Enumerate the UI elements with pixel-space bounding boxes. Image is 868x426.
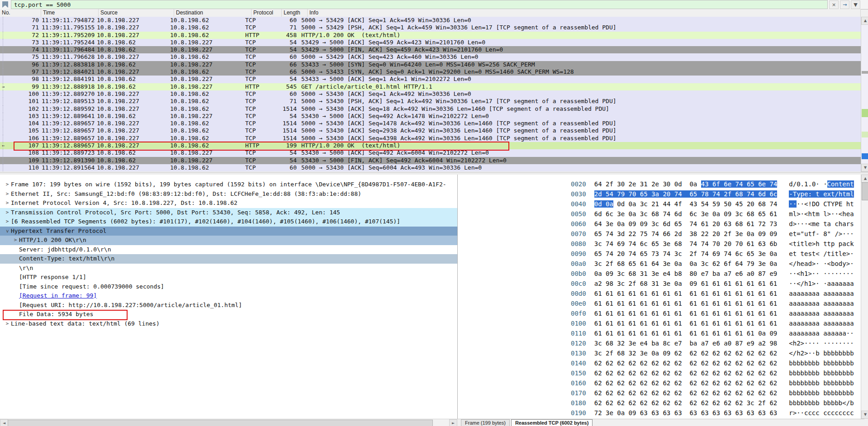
hex-row-0160[interactable]: 016062 62 62 62 62 62 62 62 62 62 62 62 … [571,378,854,388]
hex-row-0130[interactable]: 01303c 2f 68 32 3e 0a 09 62 62 62 62 62 … [571,348,854,358]
hex-row-0110[interactable]: 011061 61 61 61 61 61 61 61 61 61 61 61 … [571,328,854,338]
details-horizontal-scrollbar[interactable]: ◄ ► [0,419,457,426]
detail-row[interactable]: \r\n [0,264,457,273]
scrollbar-thumb[interactable] [8,420,433,426]
cell-info: GET /article/article_01.html HTTP/1.1 [299,83,861,90]
packet-row-102[interactable]: 10211:39:12.88959210.8.198.22710.8.198.6… [0,105,861,113]
hex-row-0070[interactable]: 007065 74 3d 22 75 74 66 2d 38 22 20 2f … [571,229,854,239]
hex-row-0170[interactable]: 017062 62 62 62 62 62 62 62 62 62 62 62 … [571,388,854,398]
scroll-right-icon[interactable]: ► [449,419,457,426]
packet-row-96[interactable]: 9611:39:12.88381810.8.198.6210.8.198.227… [0,61,861,68]
detail-row[interactable]: Server: jdbhttpd/0.1.0\r\n [0,245,457,255]
hex-row-00c0[interactable]: 00c0a2 98 3c 2f 68 31 3e 0a 09 61 61 61 … [571,279,854,289]
expander-icon[interactable]: > [3,227,12,235]
hex-row-00d0[interactable]: 00d061 61 61 61 61 61 61 61 61 61 61 61 … [571,289,854,298]
detail-row[interactable]: [HTTP response 1/1] [0,273,457,282]
packet-row-70[interactable]: 7011:39:11.79487210.8.198.22710.8.198.62… [0,17,861,24]
hex-row-00f0[interactable]: 00f061 61 61 61 61 61 61 61 61 61 61 61 … [571,308,854,318]
bytes-tab-active[interactable]: Reassembled TCP (6002 bytes) [511,419,593,426]
packet-row-100[interactable]: 10011:39:12.88927010.8.198.22710.8.198.6… [0,90,861,98]
hex-row-00b0[interactable]: 00b00a 09 3c 68 31 3e e4 b8 80 e7 ba a7 … [571,269,854,279]
hex-row-0030[interactable]: 00302d 54 79 70 65 3a 20 74 65 78 74 2f … [571,189,854,199]
filter-dropdown-button[interactable]: ▼ [851,0,860,9]
detail-row[interactable]: [Request in frame: 99] [0,291,457,301]
ascii-bytes: et test< /title>· [789,250,854,257]
packet-row-71[interactable]: 7111:39:11.79515510.8.198.22710.8.198.62… [0,24,861,31]
scroll-down-icon[interactable]: ▼ [861,411,868,419]
bytes-scrollbar[interactable]: ▲ ▼ [861,175,868,419]
hex-row-0120[interactable]: 01203c 68 32 3e e4 ba 8c e7 ba a7 e6 a0 … [571,338,854,348]
packet-row-72[interactable]: 7211:39:11.79520910.8.198.22710.8.198.62… [0,32,861,39]
detail-row[interactable]: >Ethernet II, Src: SamsungE_12:bd:f0 (98… [0,189,457,199]
detail-row[interactable]: >Transmission Control Protocol, Src Port… [0,208,457,218]
hex-row-0060[interactable]: 006064 3e 0a 09 09 3c 6d 65 74 61 20 63 … [571,219,854,229]
scroll-left-icon[interactable]: ◄ [0,419,8,426]
hex-row-0080[interactable]: 00803c 74 69 74 6c 65 3e 68 74 74 70 20 … [571,239,854,249]
column-header-info[interactable]: Info [308,9,861,17]
hex-row-00a0[interactable]: 00a03c 2f 68 65 61 64 3e 0a 0a 3c 62 6f … [571,259,854,269]
cell-gutter [0,149,6,156]
detail-row[interactable]: Content-Type: text/html\r\n [0,254,457,264]
packet-row-73[interactable]: 7311:39:11.79524410.8.198.6210.8.198.227… [0,39,861,46]
packet-row-74[interactable]: 7411:39:11.79648410.8.198.6210.8.198.227… [0,46,861,53]
packet-row-107[interactable]: ←10711:39:12.88965710.8.198.22710.8.198.… [0,142,861,149]
packet-list-scrollbar[interactable]: ▲ ▼ [861,17,868,172]
detail-row[interactable]: >Frame 107: 199 bytes on wire (1592 bits… [0,180,457,189]
expander-icon[interactable]: > [4,180,11,189]
packet-row-99[interactable]: →9911:39:12.88891810.8.198.6210.8.198.22… [0,83,861,90]
column-header-time[interactable]: Time [41,9,99,17]
hex-row-0020[interactable]: 002064 2f 30 2e 31 2e 30 0d 0a 43 6f 6e … [571,179,854,189]
expander-icon[interactable]: > [4,319,11,329]
packet-row-108[interactable]: 10811:39:12.88972310.8.198.6210.8.198.22… [0,149,861,156]
packet-row-106[interactable]: 10611:39:12.88965710.8.198.22710.8.198.6… [0,135,861,142]
detail-row[interactable]: [Time since request: 0.000739000 seconds… [0,282,457,292]
hex-row-0140[interactable]: 014062 62 62 62 62 62 62 62 62 62 62 62 … [571,358,854,368]
detail-row[interactable]: >HTTP/1.0 200 OK\r\n [0,236,457,245]
hex-row-00e0[interactable]: 00e061 61 61 61 61 61 61 61 61 61 61 61 … [571,298,854,308]
expander-icon[interactable]: > [12,236,19,245]
hex-row-0150[interactable]: 015062 62 62 62 62 62 62 62 62 62 62 62 … [571,368,854,378]
bytes-tab[interactable]: Frame (199 bytes) [461,419,510,426]
hex-row-0050[interactable]: 00506d 6c 3e 0a 3c 68 74 6d 6c 3e 0a 09 … [571,209,854,219]
detail-row[interactable]: [Request URI: http://10.8.198.227:5000/a… [0,301,457,310]
column-header-protocol[interactable]: Protocol [251,9,282,17]
hex-row-0180[interactable]: 018062 62 62 62 62 62 62 62 62 62 62 62 … [571,398,854,408]
expander-icon[interactable]: > [4,189,11,199]
expander-icon[interactable]: > [4,217,11,227]
detail-row[interactable]: File Data: 5934 bytes [0,310,457,319]
scrollbar-thumb[interactable] [862,182,868,200]
detail-row[interactable]: >Line-based text data: text/html (69 lin… [0,319,457,329]
column-header-length[interactable]: Length [282,9,308,17]
expander-icon[interactable]: > [4,199,11,208]
scroll-down-icon[interactable]: ▼ [861,164,868,172]
packet-row-104[interactable]: 10411:39:12.88965710.8.198.22710.8.198.6… [0,120,861,127]
packet-row-105[interactable]: 10511:39:12.88965710.8.198.22710.8.198.6… [0,127,861,134]
scroll-up-icon[interactable]: ▲ [861,175,868,183]
packet-row-103[interactable]: 10311:39:12.88964110.8.198.6210.8.198.22… [0,113,861,120]
apply-filter-button[interactable]: → [840,0,849,9]
packet-row-110[interactable]: 11011:39:12.89156410.8.198.22710.8.198.6… [0,164,861,171]
hex-row-0100[interactable]: 010061 61 61 61 61 61 61 61 61 61 61 61 … [571,318,854,328]
hex-row-0090[interactable]: 009065 74 20 74 65 73 74 3c 2f 74 69 74 … [571,249,854,259]
cell-gutter [0,68,6,76]
detail-row[interactable]: >[6 Reassembled TCP Segments (6002 bytes… [0,217,457,227]
detail-row[interactable]: >Hypertext Transfer Protocol [0,227,457,236]
filter-bookmark-icon[interactable] [2,1,8,8]
clear-filter-button[interactable]: × [829,0,839,9]
packet-row-101[interactable]: 10111:39:12.88951310.8.198.22710.8.198.6… [0,98,861,105]
display-filter-input[interactable]: tcp.port == 5000 [11,0,828,9]
column-header-source[interactable]: Source [99,9,174,17]
hex-bytes: 65 74 3d 22 75 74 66 2d 38 22 20 2f 3e 0… [594,230,778,237]
column-header-no[interactable]: No. [0,9,41,17]
packet-row-75[interactable]: 7511:39:11.79662810.8.198.22710.8.198.62… [0,53,861,61]
scroll-up-icon[interactable]: ▲ [861,17,868,25]
expander-icon[interactable]: > [4,208,11,218]
detail-row[interactable]: >Internet Protocol Version 4, Src: 10.8.… [0,199,457,208]
column-header-destination[interactable]: Destination [174,9,251,17]
display-filter-bar: tcp.port == 5000 × → ▼ [0,0,868,9]
packet-row-97[interactable]: 9711:39:12.88402110.8.198.22710.8.198.62… [0,68,861,76]
packet-row-98[interactable]: 9811:39:12.88419110.8.198.6210.8.198.227… [0,76,861,83]
hex-row-0040[interactable]: 00400d 0a 0d 0a 3c 21 44 4f 43 54 59 50 … [571,199,854,209]
packet-row-109[interactable]: 10911:39:12.89139010.8.198.6210.8.198.22… [0,157,861,164]
hex-row-0190[interactable]: 019072 3e 0a 09 63 63 63 63 63 63 63 63 … [571,408,854,418]
